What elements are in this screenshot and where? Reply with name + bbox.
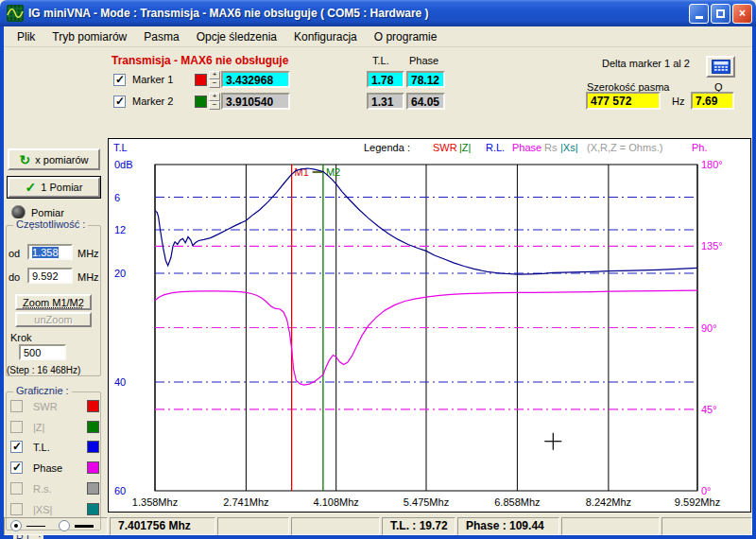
sidebar: ↻ x pomiarów ✓ 1 Pomiar Pomiar Częstotli…: [4, 138, 110, 516]
menu-o-programie[interactable]: O programie: [367, 28, 445, 45]
z-checkbox[interactable]: ✓: [10, 421, 23, 433]
menu-bar: Plik Tryb pomiarów Pasma Opcje śledzenia…: [4, 26, 752, 47]
left-tick-label: 60: [114, 485, 126, 496]
step-field[interactable]: 500: [19, 344, 66, 360]
marker1-spinner[interactable]: +−: [209, 71, 220, 88]
legend-item-phase: Phase: [512, 142, 541, 153]
refresh-icon: ↻: [20, 154, 31, 165]
multi-measure-button[interactable]: ↻ x pomiarów: [8, 148, 100, 170]
status-cell-phase: Phase : 109.44: [457, 517, 559, 535]
marker2-tl-value: 1.31: [367, 93, 404, 110]
legend-item-ohms-note: (X,R,Z = Ohms.): [587, 142, 662, 153]
legend-item-rs: Rs: [544, 142, 557, 153]
menu-tryb-pomiarow[interactable]: Tryb pomiarów: [44, 28, 134, 45]
phase-color-swatch: [87, 461, 99, 474]
step-note: (Step : 16 468Hz): [7, 365, 80, 375]
title-bar: IG miniVNA - Mode : Transmisja - MAX6 ni…: [0, 0, 756, 26]
chart-plot[interactable]: 1.358Mhz2.741Mhz4.108Mhz5.475Mhz6.858Mhz…: [109, 139, 750, 512]
status-cell-0: [4, 517, 108, 535]
marker1-freq-field[interactable]: 3.432968: [221, 71, 290, 88]
app-icon: [7, 5, 24, 22]
app-window: IG miniVNA - Mode : Transmisja - MAX6 ni…: [0, 0, 756, 539]
rs-color-swatch: [87, 482, 99, 495]
chart-panel: T.L Legenda : SWR |Z| R.L. Phase Rs |Xs|…: [108, 138, 751, 513]
freq-from-value: 1.358: [32, 247, 59, 258]
client-area: Transmisja - MAX6 nie obsługuje ✓ Marker…: [4, 47, 752, 531]
zoom-m1-m2-button[interactable]: Zoom M1/M2: [15, 294, 92, 310]
marker2-color-swatch: [195, 96, 207, 108]
x-tick-label: 4.108Mhz: [314, 496, 359, 508]
right-tick-label: 90°: [701, 322, 717, 334]
menu-konfiguracja[interactable]: Konfiguracja: [286, 28, 365, 45]
rs-checkbox[interactable]: ✓: [10, 482, 23, 495]
unzoom-button[interactable]: unZoom: [15, 312, 92, 327]
marker1-checkbox[interactable]: ✓: [113, 74, 126, 86]
xs-checkbox[interactable]: ✓: [10, 503, 23, 515]
step-value: 500: [24, 347, 41, 358]
right-tick-label: 45°: [701, 404, 717, 415]
marker2-freq-field[interactable]: 3.910540: [221, 93, 290, 110]
x-tick-label: 9.592Mhz: [675, 496, 720, 508]
left-tick-label: 6: [114, 192, 120, 203]
measure-led-label: Pomiar: [31, 207, 64, 218]
close-button[interactable]: ×: [732, 4, 752, 24]
calculator-icon: [712, 60, 730, 74]
x-tick-label: 6.858Mhz: [494, 496, 540, 508]
trace-row-phase[interactable]: ✓ Phase: [10, 461, 99, 474]
minimize-button[interactable]: [689, 4, 709, 24]
tl-label: T.L.: [33, 442, 50, 453]
swr-checkbox[interactable]: ✓: [10, 400, 23, 412]
status-cell-tl: T.L. : 19.72: [382, 517, 455, 535]
marker2-checkbox[interactable]: ✓: [113, 96, 126, 108]
x-tick-label: 2.741Mhz: [223, 496, 268, 508]
trace-row-rs[interactable]: ✓ R.s.: [10, 482, 99, 495]
calculator-button[interactable]: [706, 56, 735, 78]
left-axis-title: T.L: [113, 142, 128, 153]
status-cell-frequency: 7.401756 Mhz: [110, 517, 215, 535]
marker2-phase-value: 64.05: [406, 93, 445, 110]
status-cell-2: [217, 517, 289, 535]
tl-checkbox[interactable]: ✓: [10, 441, 23, 453]
marker2-row: ✓ Marker 2 +− 3.910540: [113, 93, 290, 110]
left-tick-label: 0dB: [114, 159, 133, 170]
single-measure-button[interactable]: ✓ 1 Pomiar: [8, 177, 100, 198]
freq-from-label: od: [9, 248, 20, 259]
multi-measure-label: x pomiarów: [35, 154, 88, 165]
phase-checkbox[interactable]: ✓: [10, 461, 23, 474]
marker1-label: Marker 1: [132, 74, 187, 85]
menu-plik[interactable]: Plik: [9, 28, 43, 45]
legend-item-xs: |Xs|: [560, 142, 578, 153]
x-tick-label: 8.242Mhz: [586, 496, 631, 508]
swr-label: SWR: [33, 401, 58, 412]
bandwidth-value: 477 572: [586, 92, 661, 110]
right-tick-label: 180°: [701, 159, 723, 170]
tl-color-swatch: [87, 441, 99, 453]
col-header-phase: Phase: [409, 55, 438, 66]
trace-row-tl[interactable]: ✓ T.L.: [10, 441, 99, 453]
z-color-swatch: [87, 421, 99, 433]
mode-title: Transmisja - MAX6 nie obsługuje: [112, 54, 288, 67]
freq-to-field[interactable]: 9.592: [27, 268, 73, 284]
marker2-label: Marker 2: [132, 96, 187, 107]
menu-pasma[interactable]: Pasma: [136, 28, 186, 45]
trace-row-xs[interactable]: ✓ |XS|: [10, 503, 99, 515]
marker1-tl-value: 1.78: [367, 71, 404, 88]
freq-from-field[interactable]: 1.358: [27, 244, 73, 260]
left-tick-label: 12: [114, 224, 126, 235]
measure-led-indicator: [11, 205, 26, 219]
single-measure-label: 1 Pomiar: [41, 182, 82, 193]
check-icon: ✓: [26, 182, 37, 193]
status-cell-3: [291, 517, 380, 535]
x-tick-label: 1.358Mhz: [132, 496, 178, 508]
hz-unit-label: Hz: [672, 96, 684, 107]
maximize-button[interactable]: [711, 4, 730, 24]
marker2-spinner[interactable]: +−: [209, 93, 220, 110]
right-axis-title: Ph.: [692, 142, 708, 153]
trace-row-z[interactable]: ✓ |Z|: [10, 421, 99, 433]
trace-row-swr[interactable]: ✓ SWR: [10, 400, 99, 412]
left-tick-label: 40: [114, 376, 126, 388]
menu-opcje-sledzenia[interactable]: Opcje śledzenia: [189, 28, 284, 45]
freq-to-label: do: [9, 271, 20, 283]
window-title: IG miniVNA - Mode : Transmisja - MAX6 ni…: [28, 7, 429, 20]
rs-label: R.s.: [33, 483, 52, 495]
